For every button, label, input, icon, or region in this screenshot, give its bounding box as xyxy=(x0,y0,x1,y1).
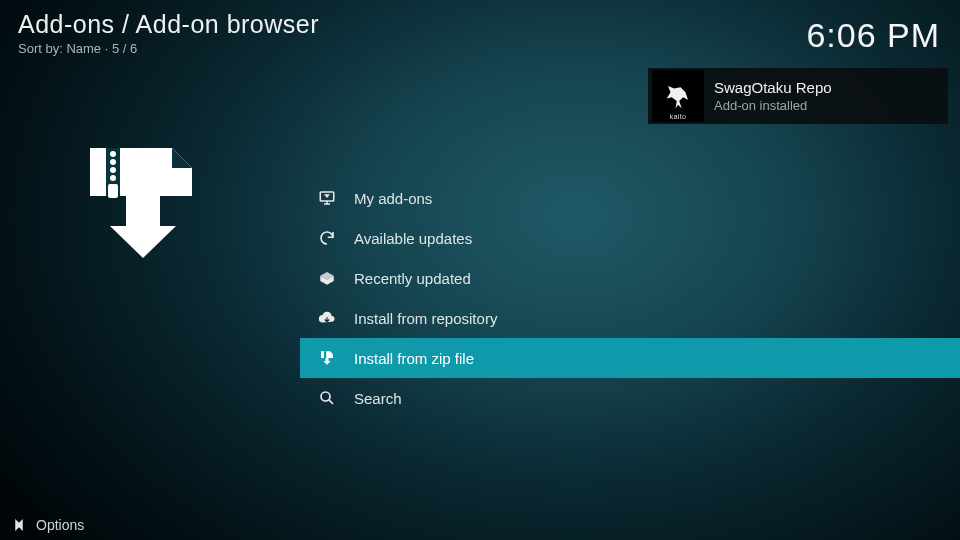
breadcrumb: Add-ons / Add-on browser xyxy=(18,10,319,39)
svg-rect-5 xyxy=(108,184,118,198)
svg-rect-7 xyxy=(324,351,326,358)
menu-item-install-from-repository[interactable]: Install from repository xyxy=(300,298,960,338)
menu-item-label: Search xyxy=(354,390,402,407)
openbox-icon xyxy=(316,267,338,289)
notification-subtitle: Add-on installed xyxy=(714,98,832,113)
svg-point-8 xyxy=(321,392,330,401)
svg-point-1 xyxy=(110,151,116,157)
svg-point-3 xyxy=(110,167,116,173)
crow-icon xyxy=(663,81,693,111)
svg-point-4 xyxy=(110,175,116,181)
cloud-download-icon xyxy=(316,307,338,329)
list-position: 5 / 6 xyxy=(112,41,137,56)
sidebar-zip-icon xyxy=(80,140,200,260)
menu-item-label: My add-ons xyxy=(354,190,432,207)
notification-text: SwagOtaku Repo Add-on installed xyxy=(714,79,832,113)
sort-line: Sort by: Name · 5 / 6 xyxy=(18,41,319,56)
zip-icon xyxy=(316,347,338,369)
refresh-icon xyxy=(316,227,338,249)
menu-item-label: Install from repository xyxy=(354,310,497,327)
menu-item-recently-updated[interactable]: Recently updated xyxy=(300,258,960,298)
separator-dot: · xyxy=(105,41,112,56)
clock: 6:06 PM xyxy=(806,16,940,55)
notification-toast: kaito SwagOtaku Repo Add-on installed xyxy=(648,68,948,124)
footer-options-label: Options xyxy=(36,517,84,533)
sort-label: Sort by: Name xyxy=(18,41,101,56)
footer-options[interactable]: Options xyxy=(10,516,84,534)
notification-thumbnail: kaito xyxy=(652,70,704,122)
notification-title: SwagOtaku Repo xyxy=(714,79,832,96)
menu-item-available-updates[interactable]: Available updates xyxy=(300,218,960,258)
svg-point-2 xyxy=(110,159,116,165)
addon-menu: My add-ons Available updates Recently up… xyxy=(300,178,960,418)
search-icon xyxy=(316,387,338,409)
notification-icon-caption: kaito xyxy=(670,113,686,120)
header: Add-ons / Add-on browser Sort by: Name ·… xyxy=(18,10,319,56)
menu-item-label: Available updates xyxy=(354,230,472,247)
menu-item-label: Recently updated xyxy=(354,270,471,287)
menu-item-search[interactable]: Search xyxy=(300,378,960,418)
options-arrow-icon xyxy=(10,516,28,534)
monitor-icon xyxy=(316,187,338,209)
menu-item-my-addons[interactable]: My add-ons xyxy=(300,178,960,218)
menu-item-label: Install from zip file xyxy=(354,350,474,367)
menu-item-install-from-zip[interactable]: Install from zip file xyxy=(300,338,960,378)
